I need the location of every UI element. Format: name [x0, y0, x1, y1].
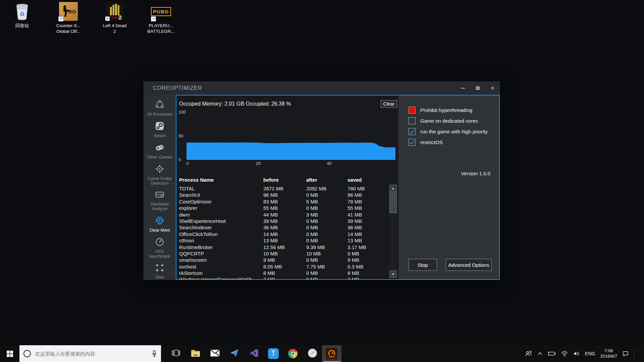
table-cell: 83 MB	[263, 198, 306, 205]
checkbox-checked	[409, 139, 416, 146]
desktop-icon-l4d2[interactable]: 4 DEAD2↗Left 4 Dead2	[97, 2, 132, 34]
clock-date: 2018/8/7	[600, 354, 617, 359]
table-row[interactable]: SearchUI96 MB0 MB96 MB	[176, 192, 398, 198]
fps-tile: FPS	[326, 348, 337, 359]
wifi-icon[interactable]	[561, 351, 568, 356]
scroll-down-button[interactable]: ▼	[389, 270, 397, 278]
close-button[interactable]: ✕	[485, 81, 500, 95]
taskbar-app-file-explorer[interactable]	[186, 345, 205, 362]
chrome-ball	[288, 349, 298, 358]
sidebar-item-steam[interactable]: Steam	[154, 121, 166, 138]
shortcut-arrow-icon: ↗	[105, 16, 110, 21]
taskbar-app-hotspot[interactable]	[264, 345, 283, 362]
table-scrollbar[interactable]: ▲ ▼	[389, 185, 397, 278]
tray-overflow-chevron-icon[interactable]	[537, 352, 543, 355]
file-explorer-icon	[191, 349, 201, 359]
stop-button[interactable]: Stop	[409, 259, 437, 271]
volume-icon[interactable]	[573, 351, 580, 356]
fps-benchmark-icon	[155, 237, 165, 248]
coreoptimizer-window: COREOPTIMIZER ✕ All ProcessesSteamOther …	[143, 81, 500, 280]
taskbar-app-mail[interactable]	[205, 345, 225, 362]
taskbar-search-box[interactable]	[19, 345, 161, 362]
search-input[interactable]	[35, 351, 148, 357]
table-row[interactable]: QQPCRTP10 MB10 MB0 MB	[176, 250, 398, 257]
sidebar-item-fps-benchmark[interactable]: FPSbenchmark	[149, 237, 170, 259]
people-icon[interactable]	[525, 350, 532, 357]
table-row[interactable]: CoreOptimizer83 MB5 MB78 MB	[176, 198, 398, 205]
table-row[interactable]: TOTAL2872 MB2092 MB780 MB	[176, 185, 398, 192]
sidebar-item-label: Other Games	[147, 155, 172, 160]
table-row[interactable]: ctfmon13 MB0 MB13 MB	[176, 237, 398, 244]
table-row[interactable]: svchost8.05 MB7.75 MB0.3 MB	[176, 263, 398, 270]
sidebar-item-clear-mem[interactable]: Clear Mem	[149, 216, 170, 233]
start-button[interactable]	[0, 345, 19, 362]
table-cell: 36 MB	[263, 224, 306, 231]
option-run-the-game-with-high-priority[interactable]: run the game with high priority	[409, 128, 496, 135]
desktop-icon-recycle-bin[interactable]: ♻回收站	[5, 2, 40, 34]
taskbar-app-fps-active[interactable]: FPS	[322, 345, 341, 362]
task-view-icon	[172, 349, 180, 358]
action-center-icon[interactable]	[622, 351, 629, 357]
clock[interactable]: 7:08 2018/8/7	[600, 348, 617, 359]
windows-logo-icon	[7, 351, 13, 357]
taskbar-app-paper-plane[interactable]	[225, 345, 244, 362]
table-cell: ShellExperienceHost	[179, 218, 263, 224]
battery-icon[interactable]	[548, 351, 556, 356]
table-row[interactable]: smartscreen9 MB0 MB9 MB	[176, 257, 398, 263]
table-row[interactable]: ShellExperienceHost39 MB0 MB39 MB	[176, 218, 398, 224]
option-label: Game on dedicated cores	[420, 118, 478, 124]
table-row[interactable]: OfficeClickToRun14 MB0 MB14 MB	[176, 231, 398, 237]
sidebar-item-all-processes[interactable]: All Processes	[147, 100, 172, 117]
taskbar-app-chrome[interactable]	[283, 345, 303, 362]
table-cell: 0.3 MB	[347, 263, 391, 270]
table-cell: 2872 MB	[263, 185, 306, 192]
maximize-button[interactable]	[470, 81, 485, 95]
cortana-icon	[23, 350, 31, 357]
table-cell: 9 MB	[347, 257, 391, 263]
x-axis-tick: 0	[186, 161, 189, 166]
advanced-options-button[interactable]: Advanced Options	[446, 259, 492, 271]
vscode-icon	[250, 349, 259, 359]
sidebar-item-hardware[interactable]: HardwareAnalyzer	[151, 190, 169, 211]
sidebar-item-disk-compression[interactable]: Diskcompression	[148, 263, 172, 280]
table-cell: 96 MB	[347, 192, 391, 198]
table-cell: Windows.InternalComposableSh	[179, 276, 263, 279]
table-cell: 780 MB	[347, 185, 391, 192]
scroll-up-button[interactable]: ▲	[389, 185, 397, 192]
table-row[interactable]: dwm44 MB3 MB41 MB	[176, 212, 398, 218]
taskbar-app-task-view[interactable]	[166, 345, 186, 362]
table-row[interactable]: Windows.InternalComposableSh7 MB0 MB7 MB	[176, 276, 398, 279]
minimize-button[interactable]	[455, 81, 470, 95]
sidebar-item-game-probe[interactable]: Game ProbeDetection	[148, 164, 172, 186]
mail-icon	[210, 349, 220, 358]
svg-text:GO: GO	[68, 9, 76, 14]
language-indicator[interactable]: ENG	[585, 351, 595, 356]
scrollbar-thumb[interactable]	[389, 192, 397, 213]
option-restrictos[interactable]: restrictOS	[409, 139, 496, 146]
option-prohibit-hyperthreading[interactable]: Prohibit hyperthreading	[409, 107, 496, 114]
table-cell: QQPCRTP	[179, 250, 263, 257]
table-row[interactable]: SearchIndexer36 MB0 MB36 MB	[176, 224, 398, 231]
show-desktop-button[interactable]	[639, 345, 641, 362]
process-table-header: Process Namebeforeaftersaved	[176, 177, 398, 183]
checkbox-checked	[409, 128, 416, 135]
table-row[interactable]: IAStorIcon8 MB0 MB8 MB	[176, 270, 398, 276]
option-game-on-dedicated-cores[interactable]: Game on dedicated cores	[409, 117, 496, 124]
svg-text:2: 2	[118, 14, 121, 21]
taskbar-app-vscode[interactable]	[244, 345, 264, 362]
desktop-icon-pubg[interactable]: PUBG↗PLAYERU...BATTLEGR...	[144, 2, 178, 34]
clear-button[interactable]: Clear	[381, 100, 397, 108]
tray-divider	[634, 348, 634, 359]
table-row[interactable]: explorer55 MB0 MB55 MB	[176, 205, 398, 211]
table-cell: 0 MB	[306, 231, 347, 237]
taskbar-app-compass[interactable]	[303, 345, 322, 362]
desktop-icon-csgo[interactable]: GO↗Counter-S...Global Off...	[51, 2, 86, 34]
table-cell: 55 MB	[263, 205, 306, 211]
sidebar-item-other-games[interactable]: Other Games	[147, 142, 172, 160]
table-row[interactable]: RuntimeBroker12.56 MB9.39 MB3.17 MB	[176, 244, 398, 250]
microphone-icon[interactable]	[152, 350, 157, 358]
window-title: COREOPTIMIZER	[153, 85, 202, 91]
table-cell: 0 MB	[306, 205, 347, 211]
minimize-icon	[461, 88, 465, 88]
desktop-icon-row: ♻回收站GO↗Counter-S...Global Off...4 DEAD2↗…	[5, 2, 178, 34]
